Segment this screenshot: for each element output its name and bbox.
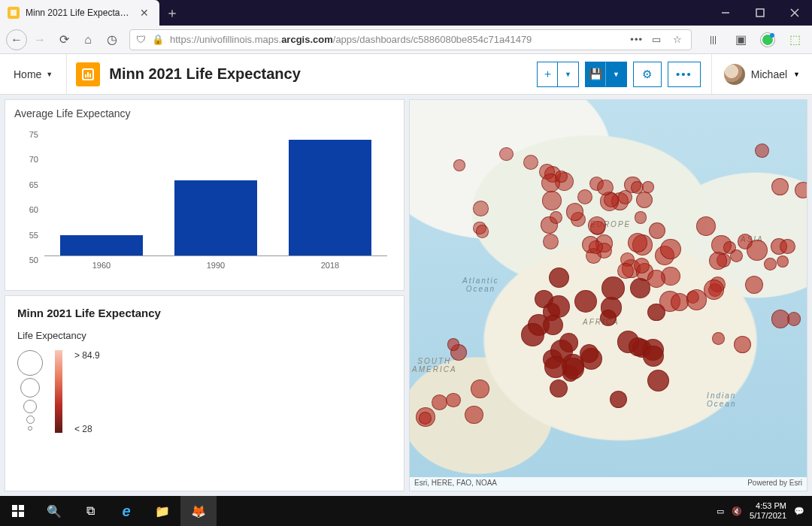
legend-size-circles — [17, 350, 43, 431]
page-actions-icon[interactable]: ••• — [630, 34, 643, 45]
taskbar-firefox-icon[interactable]: 🦊 — [180, 496, 217, 526]
svg-rect-8 — [89, 74, 91, 77]
map-label-indian: Indian Ocean — [707, 391, 736, 408]
browser-tab[interactable]: Minn 2021 Life Expectancy ✕ — [0, 0, 159, 26]
window-titlebar: Minn 2021 Life Expectancy ✕ ＋ — [0, 0, 812, 26]
chevron-down-icon: ▼ — [557, 62, 578, 86]
forward-button[interactable]: → — [29, 29, 51, 51]
chevron-down-icon: ▼ — [46, 71, 53, 78]
window-minimize-button[interactable] — [708, 0, 743, 26]
extension-icon[interactable]: ⬚ — [783, 29, 806, 51]
account-icon[interactable] — [756, 29, 779, 51]
legend-card[interactable]: Minn 2021 Life Expectancy Life Expectanc… — [5, 295, 404, 491]
more-button[interactable]: ••• — [668, 62, 701, 87]
map-card[interactable]: EUROPE ASIA AFRICA SOUTH AMERICA Atlanti… — [409, 99, 807, 491]
map-label-south-america: SOUTH AMERICA — [412, 357, 457, 373]
save-button[interactable]: 💾▼ — [585, 62, 627, 87]
url-text: https://univofillinois.maps.arcgis.com/a… — [170, 34, 624, 45]
library-icon[interactable]: ⫼ — [702, 29, 725, 51]
chart-title: Average Life Expectancy — [14, 107, 395, 119]
chevron-down-icon: ▼ — [605, 62, 626, 86]
home-label: Home — [14, 68, 41, 80]
svg-rect-2 — [756, 9, 764, 17]
ellipsis-icon: ••• — [676, 68, 692, 80]
legend-color-ramp — [55, 350, 62, 433]
add-button[interactable]: ＋▼ — [537, 62, 579, 87]
gear-icon: ⚙ — [642, 68, 652, 81]
task-view-icon[interactable]: ⧉ — [72, 496, 108, 526]
bar-chart: 505560657075196019902018 — [44, 124, 387, 274]
svg-rect-7 — [87, 72, 89, 77]
header-actions: ＋▼ 💾▼ ⚙ ••• — [537, 62, 711, 87]
attrib-left: Esri, HERE, FAO, NOAA — [414, 479, 497, 489]
tab-title: Minn 2021 Life Expectancy — [26, 8, 131, 18]
tray-volume-icon[interactable]: 🔇 — [732, 506, 742, 516]
tab-favicon — [8, 7, 20, 19]
taskbar-explorer-icon[interactable]: 📁 — [144, 496, 180, 526]
attrib-right: Powered by Esri — [747, 479, 802, 489]
chevron-down-icon: ▼ — [793, 71, 800, 78]
dashboard-body: Average Life Expectancy 5055606570751960… — [0, 95, 812, 496]
window-maximize-button[interactable] — [743, 0, 777, 26]
svg-rect-10 — [19, 505, 24, 510]
save-icon: 💾 — [586, 62, 606, 86]
back-button[interactable]: ← — [6, 29, 27, 50]
svg-rect-11 — [12, 512, 17, 517]
left-column: Average Life Expectancy 5055606570751960… — [5, 99, 404, 491]
legend-low-label: < 28 — [74, 424, 100, 434]
window-close-button[interactable] — [777, 0, 812, 26]
chart-card[interactable]: Average Life Expectancy 5055606570751960… — [5, 99, 404, 291]
svg-rect-12 — [19, 512, 24, 517]
map-attribution: Esri, HERE, FAO, NOAA Powered by Esri — [410, 477, 807, 491]
dashboard-title: Minn 2021 Life Expectancy — [109, 65, 301, 83]
taskbar-clock[interactable]: 4:53 PM 5/17/2021 — [750, 501, 786, 521]
address-bar[interactable]: 🛡 🔒 https://univofillinois.maps.arcgis.c… — [129, 29, 692, 50]
legend-subtitle: Life Expectancy — [17, 330, 392, 341]
tray-icon[interactable]: ▭ — [717, 506, 724, 516]
sidebar-icon[interactable]: ▣ — [729, 29, 752, 51]
reader-mode-icon[interactable]: ▭ — [649, 34, 664, 45]
tab-close-icon[interactable]: ✕ — [137, 7, 152, 19]
windows-taskbar: 🔍 ⧉ e 📁 🦊 ▭ 🔇 4:53 PM 5/17/2021 💬 — [0, 496, 812, 526]
home-dropdown[interactable]: Home▼ — [0, 54, 67, 94]
bookmark-star-icon[interactable]: ☆ — [670, 34, 685, 45]
clock-time: 4:53 PM — [750, 501, 786, 511]
svg-rect-6 — [85, 74, 86, 77]
taskbar-ie-icon[interactable]: e — [108, 496, 144, 526]
legend-high-label: > 84.9 — [74, 350, 100, 361]
svg-rect-0 — [11, 10, 17, 16]
app-header: Home▼ Minn 2021 Life Expectancy ＋▼ 💾▼ ⚙ … — [0, 54, 812, 95]
svg-rect-9 — [12, 505, 17, 510]
search-icon[interactable]: 🔍 — [36, 496, 72, 526]
start-button[interactable] — [0, 496, 36, 526]
plus-icon: ＋ — [538, 62, 558, 86]
dashboard-logo-icon — [76, 62, 100, 86]
tracking-shield-icon: 🛡 — [136, 34, 146, 45]
browser-toolbar: ← → ⟳ ⌂ ◷ 🛡 🔒 https://univofillinois.map… — [0, 26, 812, 54]
new-tab-button[interactable]: ＋ — [159, 0, 185, 26]
user-name: Michael — [751, 68, 787, 80]
legend-title: Minn 2021 Life Expectancy — [17, 307, 392, 319]
clock-date: 5/17/2021 — [750, 511, 786, 521]
home-button[interactable]: ⌂ — [77, 29, 99, 51]
system-tray: ▭ 🔇 4:53 PM 5/17/2021 💬 — [709, 501, 812, 521]
history-button[interactable]: ◷ — [101, 29, 123, 51]
settings-button[interactable]: ⚙ — [633, 62, 662, 87]
user-menu[interactable]: Michael ▼ — [712, 64, 812, 85]
avatar — [724, 64, 745, 85]
reload-button[interactable]: ⟳ — [53, 29, 75, 51]
legend-ramp-labels: > 84.9 < 28 — [74, 350, 100, 434]
notifications-icon[interactable]: 💬 — [794, 506, 804, 516]
lock-icon: 🔒 — [152, 34, 164, 45]
map-label-atlantic: Atlantic Ocean — [462, 277, 499, 293]
